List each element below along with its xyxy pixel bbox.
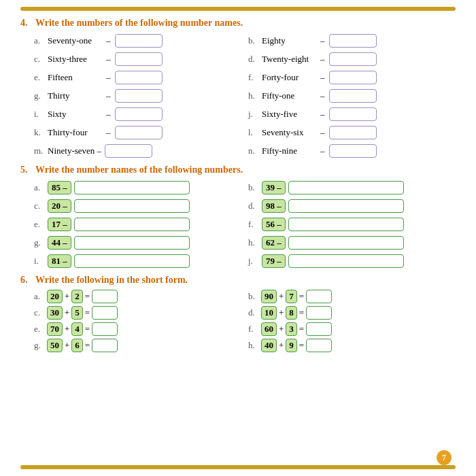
number-label: 56 – xyxy=(262,218,286,231)
operand: 5 xyxy=(71,306,83,320)
answer-input[interactable] xyxy=(306,306,332,320)
item-text: Fifteen xyxy=(48,72,102,83)
operand: 60 xyxy=(261,322,277,336)
answer-input[interactable] xyxy=(115,34,163,48)
answer-input[interactable] xyxy=(92,339,118,352)
answer-input[interactable] xyxy=(115,71,163,84)
list-item: j. 79 – xyxy=(248,253,456,269)
item-text: Thirty-four xyxy=(48,127,102,138)
item-text: Ninety-seven – xyxy=(48,146,102,156)
operand: 6 xyxy=(71,339,83,352)
answer-input[interactable] xyxy=(306,339,332,352)
section-5: 5. Write the number names of the followi… xyxy=(20,165,456,269)
answer-input[interactable] xyxy=(288,181,404,194)
operand: 10 xyxy=(261,306,277,320)
list-item: i. Sixty – xyxy=(34,106,241,122)
item-label: e. xyxy=(34,72,45,83)
item-label: h. xyxy=(248,237,259,248)
answer-input[interactable] xyxy=(329,144,377,158)
answer-input[interactable] xyxy=(115,107,163,121)
list-item: m. Ninety-seven – xyxy=(34,143,241,159)
section-5-grid: a. 85 – b. 39 – c. 20 – d. 98 – e. 1 xyxy=(34,180,456,269)
number-label: 44 – xyxy=(48,236,71,250)
item-label: n. xyxy=(248,146,259,156)
list-item: n. Fifty-nine – xyxy=(248,143,456,159)
answer-input[interactable] xyxy=(329,71,377,84)
item-text: Seventy-six xyxy=(262,127,316,138)
item-label: d. xyxy=(248,201,259,211)
answer-input[interactable] xyxy=(92,306,118,320)
list-item: c. Sixty-three – xyxy=(34,51,241,67)
item-text: Fifty-one xyxy=(262,90,316,101)
list-item: b. 90 + 7 = xyxy=(248,290,456,303)
section-5-header: 5. Write the number names of the followi… xyxy=(20,165,456,175)
answer-input[interactable] xyxy=(92,290,118,303)
item-label: a. xyxy=(34,291,45,302)
list-item: g. 44 – xyxy=(34,235,241,251)
section-4: 4. Write the numbers of the following nu… xyxy=(20,18,456,159)
list-item: k. Thirty-four – xyxy=(34,124,241,141)
page: 4. Write the numbers of the following nu… xyxy=(0,0,476,476)
answer-input[interactable] xyxy=(288,218,404,231)
list-item: f. Forty-four – xyxy=(248,69,456,86)
answer-input[interactable] xyxy=(288,236,404,250)
answer-input[interactable] xyxy=(329,107,377,121)
list-item: a. 85 – xyxy=(34,180,241,196)
operand: 90 xyxy=(261,290,277,303)
item-text: Seventy-one xyxy=(48,35,102,46)
list-item: h. 40 + 9 = xyxy=(248,339,456,352)
answer-input[interactable] xyxy=(105,144,152,158)
answer-input[interactable] xyxy=(288,199,404,213)
list-item: h. 62 – xyxy=(248,235,456,251)
operand: 50 xyxy=(47,339,63,352)
answer-input[interactable] xyxy=(74,199,190,213)
bottom-border xyxy=(20,465,456,469)
item-label: d. xyxy=(248,307,259,318)
page-number: 7 xyxy=(437,450,452,465)
item-label: c. xyxy=(34,307,45,318)
item-label: b. xyxy=(248,35,259,46)
operand: 70 xyxy=(47,322,63,336)
answer-input[interactable] xyxy=(115,126,163,139)
item-label: i. xyxy=(34,256,45,267)
section-6-num: 6. xyxy=(20,275,31,286)
item-label: f. xyxy=(248,324,259,335)
section-6: 6. Write the following in the short form… xyxy=(20,275,456,352)
list-item: e. 17 – xyxy=(34,216,241,233)
answer-input[interactable] xyxy=(329,89,377,103)
number-label: 98 – xyxy=(262,199,286,213)
section-4-grid: a. Seventy-one – b. Eighty – c. Sixty-th… xyxy=(34,33,456,159)
answer-input[interactable] xyxy=(74,236,190,250)
section-5-num: 5. xyxy=(20,165,31,175)
answer-input[interactable] xyxy=(306,290,332,303)
item-label: c. xyxy=(34,54,45,65)
operand: 9 xyxy=(286,339,297,352)
answer-input[interactable] xyxy=(74,254,190,268)
item-label: g. xyxy=(34,340,45,351)
list-item: c. 30 + 5 = xyxy=(34,306,241,320)
item-label: h. xyxy=(248,340,259,351)
item-label: h. xyxy=(248,90,259,101)
item-text: Thirty xyxy=(48,90,102,101)
list-item: e. 70 + 4 = xyxy=(34,322,241,336)
list-item: f. 60 + 3 = xyxy=(248,322,456,336)
item-label: f. xyxy=(248,219,259,230)
answer-input[interactable] xyxy=(329,52,377,66)
item-text: Sixty xyxy=(48,109,102,120)
answer-input[interactable] xyxy=(288,254,404,268)
operand: 8 xyxy=(286,306,297,320)
answer-input[interactable] xyxy=(74,181,190,194)
operand: 20 xyxy=(47,290,63,303)
list-item: j. Sixty-five – xyxy=(248,106,456,122)
operand: 2 xyxy=(71,290,83,303)
list-item: h. Fifty-one – xyxy=(248,88,456,104)
answer-input[interactable] xyxy=(115,89,163,103)
answer-input[interactable] xyxy=(329,126,377,139)
answer-input[interactable] xyxy=(74,218,190,231)
answer-input[interactable] xyxy=(92,322,118,336)
answer-input[interactable] xyxy=(329,34,377,48)
answer-input[interactable] xyxy=(306,322,332,336)
answer-input[interactable] xyxy=(115,52,163,66)
number-label: 79 – xyxy=(262,254,286,268)
number-label: 62 – xyxy=(262,236,286,250)
